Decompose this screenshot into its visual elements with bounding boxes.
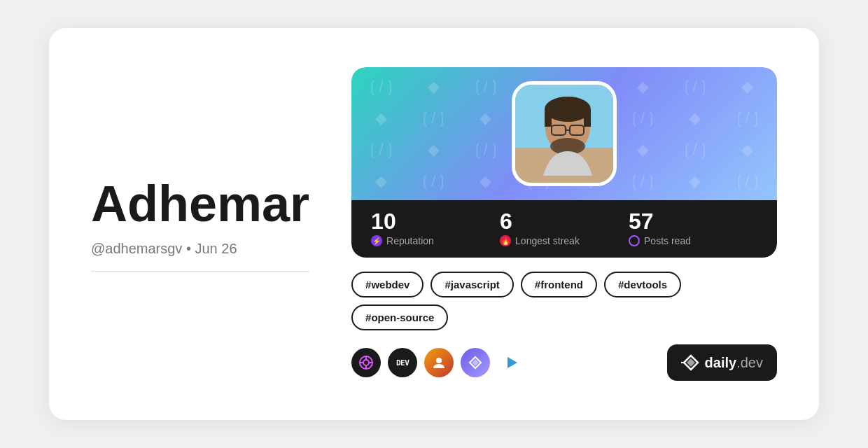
social-avatar-icon[interactable] xyxy=(424,348,454,377)
daily-dev-logo[interactable]: daily.dev xyxy=(667,344,777,381)
pattern-icon: ❲/❳ xyxy=(673,74,718,99)
pattern-icon: ◆ xyxy=(620,137,666,162)
pattern-icon: ❲/❳ xyxy=(673,137,718,162)
social-icons: DEV xyxy=(351,348,526,377)
reputation-text: Reputation xyxy=(386,235,434,246)
pattern-icon: ❲/❳ xyxy=(411,106,456,130)
social-purple-icon[interactable] xyxy=(461,348,490,377)
stat-reputation: 10 ⚡ Reputation xyxy=(371,210,500,246)
tag-frontend[interactable]: #frontend xyxy=(521,272,597,298)
reputation-icon: ⚡ xyxy=(371,235,382,246)
user-handle: @adhemarsgv xyxy=(91,241,182,256)
tag-devtools[interactable]: #devtools xyxy=(604,272,681,298)
right-panel: ❲/❳ ◆ ❲/❳ ◆ ❲/❳ ◆ ❲/❳ ◆ ◆ ❲/❳ ◆ ❲/❳ ◆ ❲/… xyxy=(351,67,777,381)
left-panel: Adhemar @adhemarsgv • Jun 26 xyxy=(91,176,309,271)
social-arrow-icon[interactable] xyxy=(497,348,526,377)
tag-javascript[interactable]: #javascript xyxy=(430,272,513,298)
profile-card: Adhemar @adhemarsgv • Jun 26 ❲/❳ ◆ ❲/❳ ◆… xyxy=(49,28,819,420)
tag-webdev[interactable]: #webdev xyxy=(351,272,424,298)
svg-point-11 xyxy=(363,360,369,365)
pattern-icon: ❲/❳ xyxy=(620,106,666,130)
pattern-icon: ◆ xyxy=(620,74,666,99)
stat-posts-value: 57 xyxy=(629,210,757,232)
pattern-icon: ◆ xyxy=(673,169,718,193)
pattern-icon: ❲/❳ xyxy=(358,74,404,99)
avatar-image xyxy=(515,85,617,186)
pattern-icon: ◆ xyxy=(358,106,404,130)
user-name: Adhemar xyxy=(91,176,309,232)
social-crosshair-icon[interactable] xyxy=(351,348,381,377)
bottom-row: DEV xyxy=(351,344,777,381)
streak-icon: 🔥 xyxy=(500,235,511,246)
pattern-icon: ❲/❳ xyxy=(358,137,404,162)
daily-logo-bold: daily xyxy=(705,355,737,370)
svg-rect-4 xyxy=(545,109,552,127)
daily-logo-light: .dev xyxy=(736,355,763,370)
pattern-icon: ❲/❳ xyxy=(463,137,509,162)
tag-opensource[interactable]: #open-source xyxy=(351,304,448,330)
pattern-icon: ◆ xyxy=(463,106,509,130)
pattern-icon: ◆ xyxy=(463,169,509,193)
profile-banner: ❲/❳ ◆ ❲/❳ ◆ ❲/❳ ◆ ❲/❳ ◆ ◆ ❲/❳ ◆ ❲/❳ ◆ ❲/… xyxy=(351,67,777,200)
stat-streak: 6 🔥 Longest streak xyxy=(500,210,629,246)
social-dev-icon[interactable]: DEV xyxy=(388,348,417,377)
stat-posts-label: Posts read xyxy=(629,235,757,246)
pattern-icon: ◆ xyxy=(724,137,770,162)
pattern-icon: ❲/❳ xyxy=(724,106,770,130)
pattern-icon: ◆ xyxy=(411,137,456,162)
stat-streak-label: 🔥 Longest streak xyxy=(500,235,629,246)
posts-text: Posts read xyxy=(644,235,691,246)
stat-streak-value: 6 xyxy=(500,210,629,232)
pattern-icon: ❲/❳ xyxy=(724,169,770,193)
pattern-icon: ◆ xyxy=(673,106,718,130)
pattern-icon: ❲/❳ xyxy=(411,169,456,193)
svg-rect-5 xyxy=(584,109,591,127)
banner-stats-wrapper: ❲/❳ ◆ ❲/❳ ◆ ❲/❳ ◆ ❲/❳ ◆ ◆ ❲/❳ ◆ ❲/❳ ◆ ❲/… xyxy=(351,67,777,258)
posts-icon xyxy=(629,235,640,246)
separator: • xyxy=(186,241,195,256)
streak-text: Longest streak xyxy=(515,235,580,246)
divider xyxy=(91,271,309,272)
pattern-icon: ❲/❳ xyxy=(620,169,666,193)
svg-marker-19 xyxy=(507,357,517,368)
daily-logo-text: daily.dev xyxy=(705,355,763,371)
tags-section: #webdev #javascript #frontend #devtools … xyxy=(351,272,777,330)
svg-point-16 xyxy=(436,358,442,363)
daily-logo-icon xyxy=(681,353,701,372)
pattern-icon: ◆ xyxy=(411,74,456,99)
join-date: Jun 26 xyxy=(195,241,237,256)
stat-reputation-label: ⚡ Reputation xyxy=(371,235,500,246)
avatar xyxy=(512,81,617,186)
pattern-icon: ◆ xyxy=(724,74,770,99)
pattern-icon: ◆ xyxy=(358,169,404,193)
stat-reputation-value: 10 xyxy=(371,210,500,232)
user-meta: @adhemarsgv • Jun 26 xyxy=(91,241,309,257)
stats-bar: 10 ⚡ Reputation 6 🔥 Longest streak 57 xyxy=(351,199,777,258)
stat-posts: 57 Posts read xyxy=(629,210,757,246)
pattern-icon: ❲/❳ xyxy=(463,74,509,99)
